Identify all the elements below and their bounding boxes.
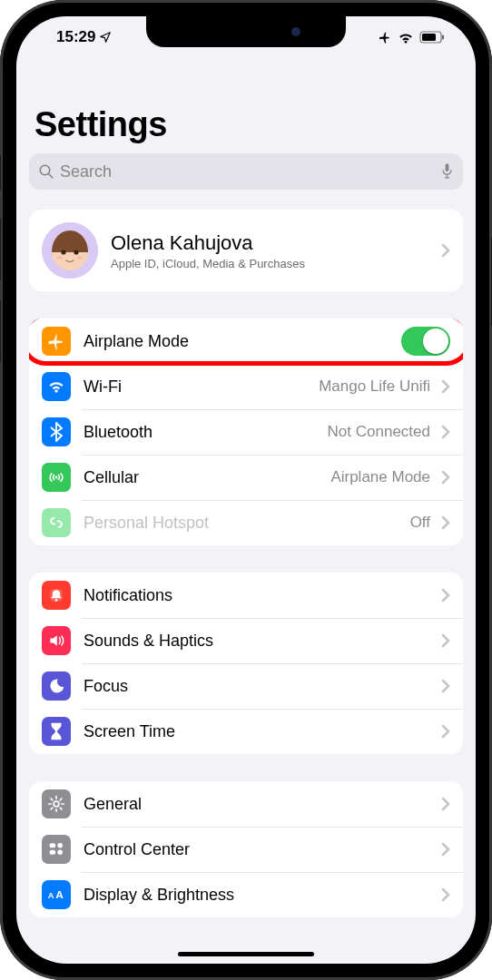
general-row[interactable]: General bbox=[29, 781, 463, 827]
screentime-row[interactable]: Screen Time bbox=[29, 709, 463, 754]
profile-group: Olena Kahujova Apple ID, iCloud, Media &… bbox=[29, 210, 463, 291]
search-placeholder: Search bbox=[60, 162, 440, 181]
notifications-row[interactable]: Notifications bbox=[29, 573, 463, 618]
connectivity-group: Airplane Mode Wi-Fi Mango Life Unifi Blu bbox=[29, 318, 463, 545]
notifications-icon bbox=[42, 581, 71, 610]
svg-rect-2 bbox=[442, 35, 444, 40]
hotspot-icon bbox=[42, 508, 71, 537]
svg-point-12 bbox=[57, 256, 63, 260]
volume-down-button bbox=[0, 299, 1, 363]
wifi-value: Mango Life Unifi bbox=[319, 377, 430, 396]
svg-rect-18 bbox=[50, 843, 56, 848]
apple-id-row[interactable]: Olena Kahujova Apple ID, iCloud, Media &… bbox=[29, 210, 463, 291]
chevron-right-icon bbox=[441, 243, 450, 258]
display-label: Display & Brightness bbox=[84, 886, 434, 905]
status-time: 15:29 bbox=[56, 28, 95, 46]
cellular-icon bbox=[42, 463, 71, 492]
location-icon bbox=[99, 31, 112, 44]
notch bbox=[146, 16, 346, 47]
chevron-right-icon bbox=[441, 633, 450, 648]
chevron-right-icon bbox=[441, 425, 450, 439]
svg-text:A: A bbox=[55, 888, 64, 901]
phone-frame: 15:29 Settings Search bbox=[0, 0, 492, 980]
search-field[interactable]: Search bbox=[29, 153, 463, 190]
hotspot-row: Personal Hotspot Off bbox=[29, 500, 463, 545]
screen: 15:29 Settings Search bbox=[16, 16, 476, 964]
battery-status-icon bbox=[419, 31, 445, 44]
bluetooth-value: Not Connected bbox=[328, 423, 430, 441]
profile-subtitle: Apple ID, iCloud, Media & Purchases bbox=[111, 257, 434, 270]
chevron-right-icon bbox=[441, 797, 450, 811]
svg-point-14 bbox=[55, 476, 58, 479]
svg-point-17 bbox=[54, 801, 59, 807]
chevron-right-icon bbox=[441, 470, 450, 485]
general-group: General Control Center AA Display & Brig… bbox=[29, 781, 463, 917]
profile-name: Olena Kahujova bbox=[111, 231, 434, 255]
wifi-icon bbox=[42, 372, 71, 401]
svg-rect-5 bbox=[446, 163, 449, 172]
wifi-row[interactable]: Wi-Fi Mango Life Unifi bbox=[29, 364, 463, 409]
focus-label: Focus bbox=[84, 677, 434, 696]
svg-point-20 bbox=[57, 843, 63, 848]
wifi-status-icon bbox=[398, 31, 414, 44]
svg-point-16 bbox=[55, 599, 58, 602]
notifications-label: Notifications bbox=[84, 586, 434, 605]
svg-line-4 bbox=[48, 173, 53, 178]
airplane-icon bbox=[42, 327, 71, 356]
dictation-icon bbox=[440, 162, 454, 181]
chevron-right-icon bbox=[441, 515, 450, 530]
chevron-right-icon bbox=[441, 679, 450, 693]
wifi-label: Wi-Fi bbox=[84, 377, 319, 397]
volume-up-button bbox=[0, 218, 1, 281]
bluetooth-label: Bluetooth bbox=[84, 423, 328, 442]
cellular-row[interactable]: Cellular Airplane Mode bbox=[29, 455, 463, 500]
control-center-row[interactable]: Control Center bbox=[29, 827, 463, 872]
airplane-status-icon bbox=[378, 31, 392, 44]
display-icon: AA bbox=[42, 880, 71, 909]
bluetooth-row[interactable]: Bluetooth Not Connected bbox=[29, 409, 463, 455]
focus-icon bbox=[42, 671, 71, 701]
chevron-right-icon bbox=[441, 724, 450, 739]
cellular-value: Airplane Mode bbox=[330, 468, 430, 486]
screentime-label: Screen Time bbox=[84, 722, 434, 741]
svg-point-21 bbox=[57, 850, 63, 856]
sounds-icon bbox=[42, 626, 71, 655]
general-label: General bbox=[84, 795, 434, 814]
chevron-right-icon bbox=[441, 842, 450, 857]
focus-row[interactable]: Focus bbox=[29, 663, 463, 709]
sounds-label: Sounds & Haptics bbox=[84, 632, 434, 651]
cellular-label: Cellular bbox=[84, 468, 330, 487]
page-title: Settings bbox=[34, 105, 463, 144]
sounds-row[interactable]: Sounds & Haptics bbox=[29, 618, 463, 663]
control-center-label: Control Center bbox=[84, 840, 434, 859]
home-indicator[interactable] bbox=[178, 952, 314, 956]
silence-switch bbox=[0, 154, 1, 191]
chevron-right-icon bbox=[441, 588, 450, 603]
control-center-icon bbox=[42, 835, 71, 864]
general-icon bbox=[42, 789, 71, 818]
chevron-right-icon bbox=[441, 379, 450, 394]
svg-rect-19 bbox=[50, 850, 56, 855]
airplane-label: Airplane Mode bbox=[84, 332, 401, 351]
svg-point-10 bbox=[61, 250, 65, 254]
bluetooth-icon bbox=[42, 417, 71, 446]
airplane-mode-row[interactable]: Airplane Mode bbox=[29, 318, 463, 364]
svg-point-13 bbox=[77, 256, 83, 260]
display-row[interactable]: AA Display & Brightness bbox=[29, 872, 463, 917]
avatar bbox=[42, 222, 98, 279]
svg-rect-1 bbox=[422, 34, 436, 41]
chevron-right-icon bbox=[441, 887, 450, 902]
hotspot-value: Off bbox=[410, 514, 430, 532]
search-icon bbox=[38, 163, 54, 180]
settings-scroll-area[interactable]: Settings Search Olena Kahujova Apple ID,… bbox=[16, 58, 476, 964]
svg-text:A: A bbox=[48, 891, 54, 900]
svg-point-11 bbox=[74, 250, 78, 254]
hotspot-label: Personal Hotspot bbox=[84, 514, 410, 533]
screentime-icon bbox=[42, 717, 71, 746]
airplane-toggle[interactable] bbox=[401, 327, 450, 356]
notifications-group: Notifications Sounds & Haptics Focus bbox=[29, 573, 463, 754]
